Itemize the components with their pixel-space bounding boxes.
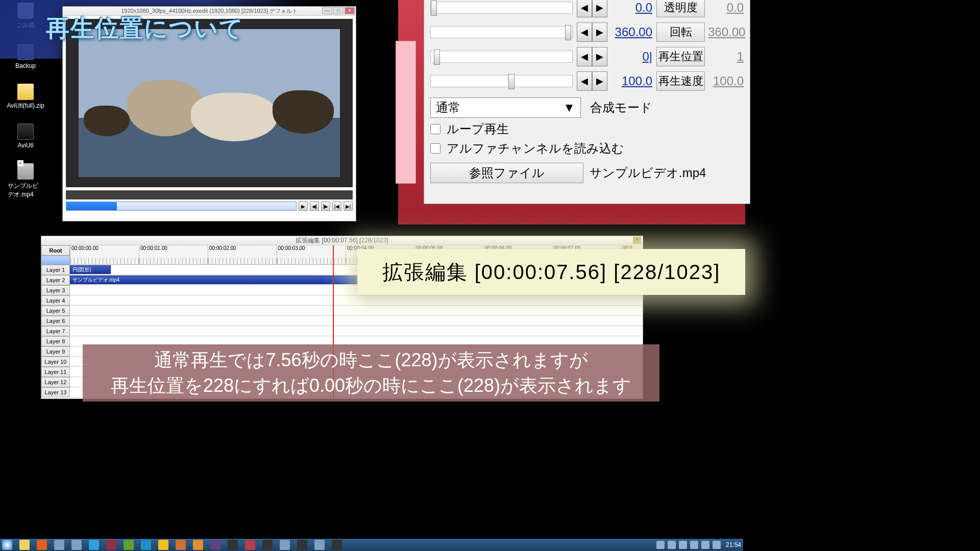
prop-value[interactable]: 0| <box>611 49 652 64</box>
layer-scroll[interactable] <box>41 256 70 265</box>
timeline-close-button[interactable]: × <box>633 237 641 244</box>
layer-cell[interactable]: Layer 1 <box>41 265 70 275</box>
layer-cell[interactable]: Layer 13 <box>41 387 70 397</box>
explorer-icon[interactable] <box>19 540 30 550</box>
prop-value2[interactable]: 100.0 <box>708 74 744 88</box>
step-left-icon[interactable]: ◀ <box>577 0 592 17</box>
desktop-icon-zip[interactable]: AviUtl(full).zip <box>8 84 43 109</box>
ruler-tick: 00:00:01.00 <box>139 245 208 264</box>
reference-file-button[interactable]: 参照ファイル <box>430 163 583 183</box>
system-tray[interactable] <box>653 541 721 549</box>
app-icon[interactable] <box>106 540 116 550</box>
blend-mode-combo[interactable]: 通常 ▼ <box>430 97 581 118</box>
app-icon[interactable] <box>210 540 220 550</box>
timeline-titlebar[interactable]: 拡張編集 [00:00:07.56] [228/1023] × <box>41 236 643 245</box>
app-icon[interactable] <box>245 540 255 550</box>
desktop-icon-label: AviUtl(full).zip <box>7 102 44 109</box>
app-icon[interactable] <box>124 540 134 550</box>
app-icon[interactable] <box>314 540 325 550</box>
taskbar-clock[interactable]: 21:54 <box>726 541 741 548</box>
start-button[interactable] <box>2 540 12 550</box>
volume-icon[interactable] <box>679 541 687 549</box>
layer-cell[interactable]: Layer 8 <box>41 336 70 346</box>
prop-value[interactable]: 100.0 <box>611 74 652 88</box>
taskbar[interactable]: 21:54 <box>0 539 743 551</box>
layer-cell[interactable]: Layer 7 <box>41 326 70 336</box>
layer-cell[interactable]: Layer 11 <box>41 367 70 377</box>
slider-playpos[interactable] <box>430 51 573 63</box>
prop-value2[interactable]: 360.00 <box>708 25 744 39</box>
audio-strip <box>66 190 353 199</box>
tray-icon[interactable] <box>656 541 665 549</box>
prop-value[interactable]: 360.00 <box>611 25 652 39</box>
root-cell[interactable]: Root <box>41 245 70 256</box>
slider-playspeed[interactable] <box>430 75 573 87</box>
prop-value[interactable]: 0.0 <box>611 1 652 15</box>
app-icon[interactable] <box>54 540 64 550</box>
slider-rotation[interactable] <box>430 26 573 38</box>
step-left-icon[interactable]: ◀ <box>577 47 592 66</box>
prop-label[interactable]: 回転 <box>656 22 705 42</box>
step-left-icon[interactable]: ◀ <box>577 71 592 91</box>
layer-cell[interactable]: Layer 6 <box>41 316 70 326</box>
layer-cell[interactable]: Layer 3 <box>41 285 70 295</box>
track-row[interactable] <box>70 326 643 336</box>
checkbox-icon[interactable] <box>430 124 440 134</box>
layer-cell[interactable]: Layer 2 <box>41 275 70 285</box>
checkbox-icon[interactable] <box>430 143 440 154</box>
app-icon[interactable] <box>228 540 238 550</box>
prop-value2[interactable]: 0.0 <box>708 1 744 15</box>
step-right-icon[interactable]: ▶ <box>592 0 607 17</box>
step-right-icon[interactable]: ▶ <box>592 47 607 66</box>
app-icon[interactable] <box>176 540 186 550</box>
step-right-icon[interactable]: ▶ <box>592 22 607 42</box>
skype-icon[interactable] <box>89 540 99 550</box>
prop-label[interactable]: 再生位置 <box>656 47 705 66</box>
app-icon[interactable] <box>332 540 342 550</box>
loop-checkbox[interactable]: ループ再生 <box>430 121 744 137</box>
prop-value2[interactable]: 1 <box>708 49 744 64</box>
close-button[interactable]: × <box>345 7 355 14</box>
track-row[interactable] <box>70 316 643 326</box>
chevron-down-icon: ▼ <box>563 101 575 115</box>
prev-frame-button[interactable]: ◀| <box>310 202 319 211</box>
track-row[interactable] <box>70 306 643 316</box>
layer-cell[interactable]: Layer 12 <box>41 377 70 387</box>
clip-shape[interactable]: 円(図形) <box>70 265 111 274</box>
app-icon[interactable] <box>71 540 82 550</box>
maximize-button[interactable]: □ <box>333 7 344 14</box>
tray-icon[interactable] <box>701 541 709 549</box>
seek-track[interactable] <box>66 202 297 211</box>
prop-label[interactable]: 透明度 <box>656 0 705 17</box>
layer-cell[interactable]: Layer 10 <box>41 357 70 367</box>
app-icon[interactable] <box>297 540 307 550</box>
app-icon[interactable] <box>158 540 168 550</box>
last-frame-button[interactable]: ▶| <box>344 202 353 211</box>
prop-label[interactable]: 再生速度 <box>656 71 705 91</box>
minimize-button[interactable]: ― <box>322 7 332 14</box>
app-icon <box>17 123 34 140</box>
app-icon[interactable] <box>141 540 151 550</box>
app-icon[interactable] <box>280 540 290 550</box>
step-right-icon[interactable]: ▶ <box>592 71 607 91</box>
firefox-icon[interactable] <box>37 540 47 550</box>
layer-cell[interactable]: Layer 5 <box>41 306 70 316</box>
network-icon[interactable] <box>690 541 698 549</box>
layer-cell[interactable]: Layer 4 <box>41 295 70 306</box>
alpha-checkbox[interactable]: アルファチャンネルを読み込む <box>430 140 744 157</box>
desktop-icon-sample[interactable]: サンプルビデオ.mp4 <box>8 163 43 199</box>
play-button[interactable]: ▶ <box>299 202 308 211</box>
tray-icon[interactable] <box>713 541 721 549</box>
layer-cell[interactable]: Layer 9 <box>41 346 70 357</box>
desktop-icon-aviutl[interactable]: AviUtl <box>8 123 43 149</box>
ruler-tick: 00:00:00.00 <box>70 245 139 264</box>
track-row[interactable] <box>70 295 643 306</box>
app-icon[interactable] <box>262 540 273 550</box>
tray-icon[interactable] <box>668 541 676 549</box>
step-left-icon[interactable]: ◀ <box>577 22 592 42</box>
next-frame-button[interactable]: |▶ <box>321 202 330 211</box>
slider-opacity[interactable] <box>430 2 573 14</box>
first-frame-button[interactable]: |◀ <box>332 202 341 211</box>
loop-label: ループ再生 <box>447 121 509 137</box>
app-icon[interactable] <box>193 540 203 550</box>
